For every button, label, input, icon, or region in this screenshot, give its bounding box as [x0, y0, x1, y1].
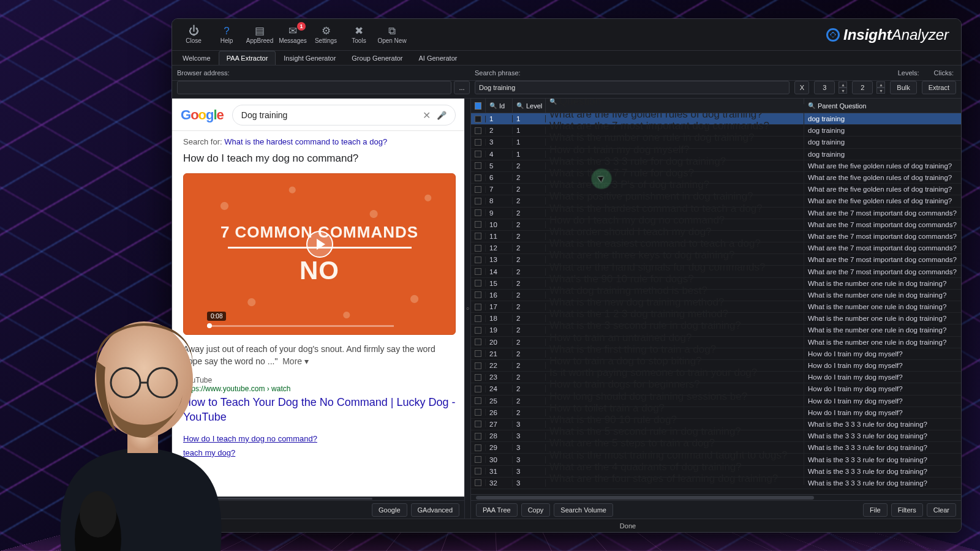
play-icon[interactable] — [306, 231, 333, 258]
opennew-button[interactable]: ⧉Open New — [375, 21, 409, 49]
row-checkbox[interactable] — [471, 257, 486, 263]
browser-address-input[interactable] — [177, 81, 451, 94]
clear-x-button[interactable]: X — [794, 81, 809, 94]
row-checkbox[interactable] — [471, 291, 486, 298]
tab-ai-generator[interactable]: AI Generator — [410, 51, 465, 65]
address-more-button[interactable]: ... — [454, 81, 470, 94]
row-checkbox[interactable] — [471, 245, 486, 252]
row-checkbox[interactable] — [471, 421, 486, 427]
address-search-row: Browser address: Search phrase: Levels: … — [172, 66, 961, 81]
row-checkbox[interactable] — [471, 116, 486, 122]
row-checkbox[interactable] — [471, 433, 486, 440]
filters-button[interactable]: Filters — [891, 503, 923, 517]
cell-parent: What is the 3 3 3 rule for dog training? — [804, 479, 961, 487]
levels-stepper[interactable]: ▲▼ — [839, 81, 847, 94]
search-volume-button[interactable]: Search Volume — [554, 503, 613, 517]
appbreed-button[interactable]: ▤AppBreed — [243, 21, 276, 49]
video-scrubber[interactable] — [207, 325, 394, 327]
row-checkbox[interactable] — [471, 327, 486, 334]
help-button[interactable]: ?Help — [210, 21, 243, 49]
row-checkbox[interactable] — [471, 233, 486, 239]
extract-button[interactable]: Extract — [922, 81, 956, 94]
clicks-stepper[interactable]: ▲▼ — [876, 81, 885, 94]
google-search-input[interactable] — [241, 110, 417, 120]
opennew-icon: ⧉ — [388, 26, 396, 36]
google-clear-icon[interactable]: ✕ — [423, 110, 431, 121]
row-checkbox[interactable] — [471, 397, 486, 404]
row-checkbox[interactable] — [471, 350, 486, 357]
col-parent[interactable]: 🔍Parent Question — [804, 99, 961, 113]
clicks-label: Clicks: — [934, 69, 954, 77]
row-checkbox[interactable] — [471, 304, 486, 310]
row-checkbox[interactable] — [471, 221, 486, 228]
gadvanced-button[interactable]: GAdvanced — [411, 503, 459, 517]
clicks-input[interactable] — [852, 81, 873, 94]
cell-question: What is positive punishment in dog train… — [546, 190, 804, 203]
pane-resize-handle[interactable]: ◦ — [465, 99, 471, 519]
search-phrase-input[interactable] — [475, 81, 790, 94]
file-button[interactable]: File — [863, 503, 888, 517]
row-checkbox[interactable] — [471, 374, 486, 381]
row-checkbox[interactable] — [471, 386, 486, 392]
google-button[interactable]: Google — [372, 503, 407, 517]
tools-button[interactable]: ✖Tools — [342, 21, 375, 49]
cell-level: 2 — [513, 197, 546, 204]
cell-id: 15 — [486, 280, 513, 287]
cell-question: What are the 3 P's of dog training? — [546, 179, 804, 191]
row-checkbox[interactable] — [471, 456, 486, 463]
row-checkbox[interactable] — [471, 362, 486, 369]
cell-question: What are the 5 steps to train a dog? — [546, 437, 804, 449]
main-toolbar: ⏻Close?Help▤AppBreed✉Messages1⚙Settings✖… — [172, 19, 961, 51]
more-link[interactable]: More ▾ — [282, 356, 309, 366]
messages-button[interactable]: ✉Messages1 — [276, 21, 309, 49]
row-checkbox[interactable] — [471, 127, 486, 134]
video-card[interactable]: 7 COMMON COMMANDS NO 0:08 — [183, 173, 456, 335]
paa-tree-button[interactable]: PAA Tree — [476, 503, 518, 517]
result-link[interactable]: How to Teach Your Dog the No Command | L… — [183, 395, 456, 424]
clear-button[interactable]: Clear — [927, 503, 956, 517]
col-question[interactable]: 🔍Question — [546, 99, 804, 104]
row-checkbox[interactable] — [471, 162, 486, 169]
row-checkbox[interactable] — [471, 315, 486, 322]
bulk-button[interactable]: Bulk — [890, 81, 916, 94]
google-search-box[interactable]: ✕ 🎤 — [232, 105, 456, 126]
row-checkbox[interactable] — [471, 268, 486, 275]
row-checkbox[interactable] — [471, 280, 486, 287]
row-checkbox[interactable] — [471, 186, 486, 193]
table-body[interactable]: 11What are the five golden rules of dog … — [471, 113, 961, 494]
row-checkbox[interactable] — [471, 468, 486, 474]
tab-insight-generator[interactable]: Insight Generator — [276, 51, 344, 65]
related-link-2[interactable]: teach my dog? — [183, 448, 456, 457]
cell-parent: What is the 3 3 3 rule for dog training? — [804, 444, 961, 451]
table-row[interactable]: 323What are the four stages of learning … — [471, 478, 961, 489]
google-mic-icon[interactable]: 🎤 — [437, 111, 447, 120]
settings-button[interactable]: ⚙Settings — [309, 21, 342, 49]
copy-button[interactable]: Copy — [521, 503, 551, 517]
search-for-link[interactable]: What is the hardest command to teach a d… — [224, 137, 387, 146]
row-checkbox[interactable] — [471, 174, 486, 181]
cell-id: 10 — [486, 221, 513, 228]
row-checkbox[interactable] — [471, 209, 486, 216]
cell-parent: What are the 7 most important dog comman… — [804, 209, 961, 217]
row-checkbox[interactable] — [471, 198, 486, 204]
row-checkbox[interactable] — [471, 444, 486, 451]
tab-group-generator[interactable]: Group Generator — [344, 51, 410, 65]
close-button[interactable]: ⏻Close — [177, 21, 210, 49]
table-h-scrollbar[interactable] — [471, 494, 961, 500]
tab-paa-extractor[interactable]: PAA Extractor — [219, 51, 276, 65]
tab-welcome[interactable]: Welcome — [175, 51, 219, 65]
row-checkbox[interactable] — [471, 151, 486, 157]
row-checkbox[interactable] — [471, 479, 486, 486]
row-checkbox[interactable] — [471, 409, 486, 416]
levels-input[interactable] — [814, 81, 835, 94]
cell-question: How to toilet train a dog? — [546, 402, 804, 414]
row-checkbox[interactable] — [471, 139, 486, 146]
row-checkbox[interactable] — [471, 339, 486, 345]
related-link-1[interactable]: How do I teach my dog no command? — [183, 434, 456, 443]
col-id[interactable]: 🔍Id — [486, 99, 513, 113]
cell-parent: What is the number one rule in dog train… — [804, 303, 961, 310]
cell-question: What is the 1 2 3 dog training method? — [546, 308, 804, 320]
col-checkbox[interactable] — [471, 99, 486, 113]
col-level[interactable]: 🔍Level — [513, 99, 546, 113]
cell-question: What is the 3 3 3 rule for dog training? — [546, 156, 804, 168]
